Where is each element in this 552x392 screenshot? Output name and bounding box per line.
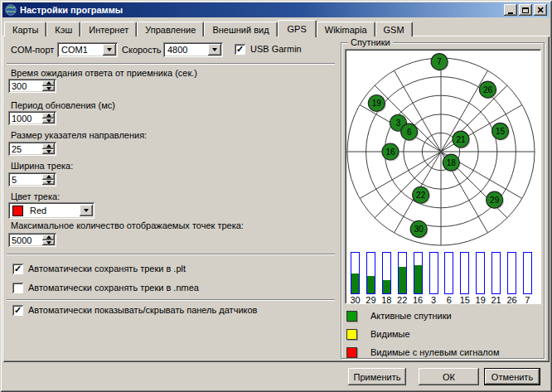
spinner-buttons [42,143,55,154]
tab-label: Карты [12,25,38,35]
svg-text:15: 15 [496,127,506,136]
separator [7,254,335,255]
svg-text:19: 19 [372,99,382,108]
field-label: Максимальное количество отображаемых точ… [11,220,244,230]
svg-text:7: 7 [437,57,442,66]
maximize-button[interactable] [519,4,532,16]
checkbox-box[interactable]: ✓ [12,264,23,274]
minimize-button[interactable] [504,4,517,16]
button-label: Отменить [491,372,533,382]
tab-label: Интернет [89,25,128,35]
legend-row-2: Видимые с нулевым сигналом [346,346,500,359]
signal-bar-22 [398,252,407,294]
tab-внешний вид[interactable]: Внешний вид [204,22,277,36]
speed-combo[interactable]: 4800 [163,42,223,57]
spin-down-button[interactable] [42,180,55,186]
speed-label: Скорость [122,45,162,55]
tab-wikimapia[interactable]: Wikimapia [317,22,375,36]
com-port-combo[interactable]: COM1 [57,42,118,57]
spinner-buttons [42,235,55,245]
title-bar[interactable]: Настройки программы ✕ [2,2,550,17]
signal-bar-label: 15 [457,295,473,305]
speed-dropdown-button[interactable] [208,44,221,56]
field-label: Размер указателя направления: [11,130,147,140]
signal-bar-30 [351,252,360,294]
com-port-dropdown-button[interactable] [103,44,116,56]
chevron-up-icon [46,114,51,117]
auto-checkbox-1[interactable]: Автоматически сохранять треки в .nmea [12,282,199,293]
chevron-down-icon [46,181,51,184]
signal-bar-label: 7 [519,295,535,305]
tab-интернет[interactable]: Интернет [80,22,137,36]
checkbox-box[interactable] [12,283,23,293]
track-color-swatch [12,206,23,216]
separator [7,299,335,301]
spin-down-button[interactable] [42,240,55,246]
tab-кэш[interactable]: Кэш [46,22,80,36]
tab-карты[interactable]: Карты [4,22,46,36]
legend-swatch [346,329,357,340]
ok-button[interactable]: ОК [419,368,479,385]
button-bar: ПрименитьОКОтменить [0,362,552,390]
spinner-value: 5 [8,175,42,185]
legend-label: Видимые [370,329,410,339]
auto-checkbox-0[interactable]: ✓Автоматически сохранять треки в .plt [12,263,186,274]
svg-text:6: 6 [407,128,412,137]
signal-bar-fill [399,267,406,293]
chevron-up-icon [46,175,51,178]
spin-down-button[interactable] [42,119,55,124]
field-label: Цвет трека: [11,191,60,201]
field-label: Ширина трека: [11,161,73,171]
signal-bar-label: 26 [504,295,521,305]
chevron-down-icon [46,241,51,244]
signal-bar-label: 6 [441,295,458,305]
field-spinner[interactable]: 1000 [8,111,56,125]
field-spinner[interactable]: 5 [8,172,56,186]
signal-bar-fill [383,280,390,293]
svg-text:21: 21 [456,135,466,144]
legend-swatch [346,347,357,358]
legend-row-0: Активные спутники [346,309,452,322]
chevron-up-icon [46,235,51,239]
track-color-combo[interactable]: Red [8,202,94,219]
usb-garmin-checkbox[interactable]: ✓ USB Garmin [235,43,302,55]
svg-text:3: 3 [396,119,401,128]
tab-gsm[interactable]: GSM [375,22,413,36]
legend-row-1: Видимые [346,327,410,341]
tab-label: Управление [145,25,196,35]
svg-text:30: 30 [414,225,424,234]
close-button[interactable]: ✕ [534,4,547,16]
signal-bar-18 [382,252,391,294]
chevron-up-icon [46,81,51,85]
spin-down-button[interactable] [42,86,55,92]
cancel-button[interactable]: Отменить [484,368,540,385]
svg-text:16: 16 [385,148,395,157]
tab-управление[interactable]: Управление [137,22,204,36]
svg-text:29: 29 [490,196,500,205]
signal-bar-fill [351,273,359,293]
field-spinner[interactable]: 300 [8,79,56,93]
maximize-icon [522,7,529,13]
field-spinner[interactable]: 25 [8,142,56,156]
chevron-down-icon [46,150,51,153]
tab-gps[interactable]: GPS [278,20,317,37]
usb-garmin-checkbox-box[interactable]: ✓ [235,44,245,55]
track-color-value: Red [30,206,80,215]
signal-bar-19 [476,252,485,294]
signal-bar-29 [366,252,375,294]
field-spinner[interactable]: 5000 [8,233,56,247]
legend-label: Видимые с нулевым сигналом [370,347,500,357]
apply-button[interactable]: Применить [348,368,406,385]
chevron-down-icon [84,209,89,212]
spinner-buttons [42,174,55,185]
spin-down-button[interactable] [42,149,55,155]
spinner-buttons [42,80,55,91]
tab-label: GPS [288,24,307,34]
signal-bar-label: 22 [394,295,410,305]
checkbox-box[interactable]: ✓ [12,305,23,316]
auto-checkbox-2[interactable]: ✓Автоматически показывать/скрывать панел… [12,304,257,316]
spinner-buttons [42,113,55,123]
signal-bar-6 [444,252,453,294]
track-color-dropdown-button[interactable] [80,205,93,216]
satellites-panel: 726193615211618222930 302918221636151921… [345,49,541,304]
